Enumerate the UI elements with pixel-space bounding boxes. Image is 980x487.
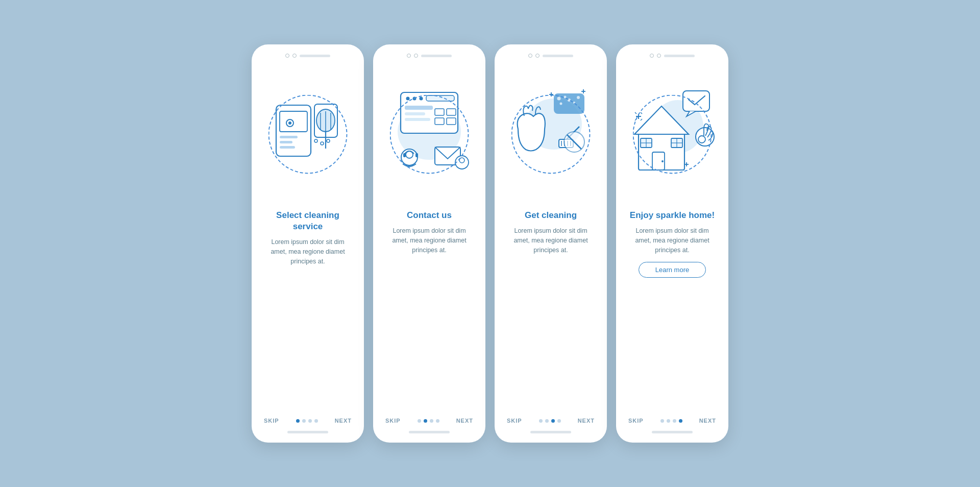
dot-3-3 — [557, 419, 561, 423]
phone-notch-4 — [650, 54, 695, 58]
notch-bar — [664, 55, 695, 57]
dots-4 — [660, 419, 682, 423]
illustration-phone1 — [262, 63, 353, 206]
notch-bar — [300, 55, 330, 57]
phone-1: Select cleaning service Lorem ipsum dolo… — [252, 44, 364, 443]
phone-title-2: Contact us — [407, 210, 452, 221]
phone-footer-1: SKIP NEXT — [252, 412, 364, 433]
illustration-phone3 — [505, 63, 596, 206]
phone-desc-4: Lorem ipsum dolor sit dim amet, mea regi… — [627, 226, 717, 255]
skip-button-3[interactable]: SKIP — [507, 418, 522, 424]
notch-circle — [407, 54, 411, 58]
notch-circle — [535, 54, 540, 58]
dashed-circle — [390, 95, 469, 174]
home-bar-4 — [652, 431, 693, 433]
phone-desc-3: Lorem ipsum dolor sit dim amet, mea regi… — [506, 226, 596, 255]
notch-circle — [650, 54, 654, 58]
dot-3-0 — [539, 419, 543, 423]
phone-title-1: Select cleaning service — [263, 210, 353, 232]
skip-button-1[interactable]: SKIP — [264, 418, 279, 424]
phone-notch-1 — [285, 54, 330, 58]
footer-nav-3: SKIP NEXT — [503, 412, 599, 426]
dot-1-3 — [314, 419, 318, 423]
next-button-2[interactable]: NEXT — [456, 418, 473, 424]
dot-4-1 — [667, 419, 670, 423]
notch-bar — [543, 55, 573, 57]
home-bar-1 — [287, 431, 328, 433]
phone-4: Enjoy sparkle home! Lorem ipsum dolor si… — [616, 44, 728, 443]
next-button-1[interactable]: NEXT — [335, 418, 352, 424]
dot-1-1 — [302, 419, 306, 423]
dot-3-1 — [545, 419, 549, 423]
next-button-3[interactable]: NEXT — [578, 418, 595, 424]
phone-desc-2: Lorem ipsum dolor sit dim amet, mea regi… — [384, 226, 474, 255]
phone-content-1: Select cleaning service Lorem ipsum dolo… — [252, 210, 364, 412]
phone-desc-1: Lorem ipsum dolor sit dim amet, mea regi… — [263, 237, 353, 266]
learn-more-button[interactable]: Learn more — [639, 262, 706, 278]
dot-4-2 — [673, 419, 676, 423]
phone-title-4: Enjoy sparkle home! — [630, 210, 715, 221]
skip-button-4[interactable]: SKIP — [628, 418, 644, 424]
notch-circle — [528, 54, 532, 58]
home-bar-2 — [409, 431, 450, 433]
phone-content-2: Contact us Lorem ipsum dolor sit dim ame… — [373, 210, 485, 412]
notch-circle — [292, 54, 297, 58]
svg-point-43 — [577, 96, 580, 99]
dots-3 — [539, 419, 561, 423]
phone-3: Get cleaning Lorem ipsum dolor sit dim a… — [495, 44, 607, 443]
phone-footer-2: SKIP NEXT — [373, 412, 485, 433]
dashed-circle — [633, 95, 712, 174]
phone-content-4: Enjoy sparkle home! Lorem ipsum dolor si… — [616, 210, 728, 412]
home-bar-3 — [530, 431, 571, 433]
footer-nav-2: SKIP NEXT — [381, 412, 477, 426]
phone-content-3: Get cleaning Lorem ipsum dolor sit dim a… — [495, 210, 607, 412]
dot-4-3 — [679, 419, 682, 423]
footer-nav-4: SKIP NEXT — [624, 412, 720, 426]
dot-2-2 — [430, 419, 433, 423]
dot-1-0 — [296, 419, 300, 423]
illustration-phone2 — [384, 63, 475, 206]
dot-2-1 — [424, 419, 427, 423]
phone-2: Contact us Lorem ipsum dolor sit dim ame… — [373, 44, 485, 443]
dot-4-0 — [660, 419, 664, 423]
dot-1-2 — [308, 419, 312, 423]
footer-nav-1: SKIP NEXT — [260, 412, 356, 426]
notch-bar — [421, 55, 452, 57]
phone-notch-2 — [407, 54, 452, 58]
illustration-phone4 — [627, 63, 718, 206]
notch-circle — [285, 54, 289, 58]
dashed-circle — [511, 95, 591, 174]
dots-1 — [296, 419, 318, 423]
dot-2-0 — [418, 419, 421, 423]
dot-2-3 — [436, 419, 439, 423]
skip-button-2[interactable]: SKIP — [385, 418, 401, 424]
phone-footer-3: SKIP NEXT — [495, 412, 607, 433]
phone-footer-4: SKIP NEXT — [616, 412, 728, 433]
phone-title-3: Get cleaning — [525, 210, 577, 221]
svg-line-69 — [635, 112, 636, 114]
dot-3-2 — [551, 419, 555, 423]
dashed-circle — [268, 95, 348, 174]
next-button-4[interactable]: NEXT — [699, 418, 716, 424]
notch-circle — [657, 54, 661, 58]
phone-notch-3 — [528, 54, 573, 58]
phones-container: Select cleaning service Lorem ipsum dolo… — [252, 44, 728, 443]
dots-2 — [418, 419, 439, 423]
notch-circle — [414, 54, 418, 58]
